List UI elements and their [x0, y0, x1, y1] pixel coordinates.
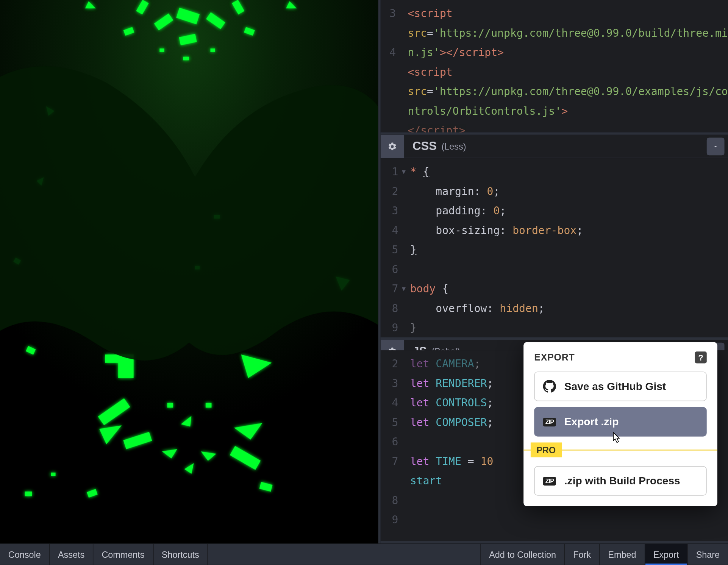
footer-shortcuts-button[interactable]: Shortcuts: [153, 544, 208, 565]
code-line[interactable]: <script: [408, 3, 728, 23]
fold-toggle[interactable]: ▼: [402, 162, 406, 181]
export-gist-label: Save as GitHub Gist: [564, 380, 666, 393]
code-line[interactable]: margin: 0;: [410, 181, 728, 201]
code-line[interactable]: box-sizing: border-box;: [410, 220, 728, 240]
code-line[interactable]: ▼* {: [410, 162, 728, 181]
svg-rect-32: [51, 473, 55, 476]
css-panel-title: CSS: [412, 139, 437, 153]
code-line[interactable]: [410, 510, 728, 529]
css-settings-button[interactable]: [381, 135, 404, 158]
footer-console-button[interactable]: Console: [0, 544, 50, 565]
editor-column: 34 <scriptsrc='https://unpkg.com/three@0…: [378, 0, 728, 543]
zip-icon: ZIP: [542, 475, 558, 487]
svg-rect-34: [25, 492, 32, 496]
code-line[interactable]: src='https://unpkg.com/three@0.99.0/buil…: [408, 23, 728, 62]
export-zip-build-button[interactable]: ZIP .zip with Build Process: [534, 466, 707, 496]
zip-icon: ZIP: [542, 416, 558, 428]
export-help-button[interactable]: ?: [695, 351, 707, 363]
code-line[interactable]: overflow: hidden;: [410, 298, 728, 318]
svg-rect-12: [159, 48, 164, 52]
svg-rect-11: [183, 57, 189, 60]
footer-comments-button[interactable]: Comments: [94, 544, 153, 565]
code-line[interactable]: }: [410, 240, 728, 259]
footer-add-to-collection-button[interactable]: Add to Collection: [480, 544, 564, 565]
preview-pane[interactable]: [0, 0, 378, 543]
footer-share-button[interactable]: Share: [687, 544, 728, 565]
html-editor[interactable]: 34 <scriptsrc='https://unpkg.com/three@0…: [381, 0, 728, 132]
svg-rect-13: [210, 48, 215, 52]
code-line[interactable]: }: [410, 318, 728, 337]
export-zip-label: Export .zip: [564, 415, 619, 428]
code-line[interactable]: padding: 0;: [410, 201, 728, 220]
code-line[interactable]: src='https://unpkg.com/three@0.99.0/exam…: [408, 81, 728, 120]
github-icon: [542, 381, 558, 392]
svg-rect-30: [167, 403, 173, 407]
css-panel-subtitle: (Less): [442, 141, 466, 151]
css-editor[interactable]: 123456789 ▼* { margin: 0; padding: 0; bo…: [381, 158, 728, 337]
footer-fork-button[interactable]: Fork: [564, 544, 599, 565]
code-line[interactable]: [410, 259, 728, 279]
code-line[interactable]: <script: [408, 62, 728, 81]
svg-rect-31: [206, 403, 212, 407]
code-line[interactable]: ▼body {: [410, 279, 728, 298]
export-zip-button[interactable]: ZIP Export .zip: [534, 407, 707, 437]
pro-badge: PRO: [531, 442, 562, 457]
bottom-bar: ConsoleAssetsCommentsShortcuts Add to Co…: [0, 543, 728, 565]
css-panel: CSS (Less) 123456789 ▼* { margin: 0; pad…: [381, 135, 728, 340]
css-collapse-button[interactable]: [707, 137, 725, 155]
fold-toggle[interactable]: ▼: [402, 279, 406, 298]
html-panel: 34 <scriptsrc='https://unpkg.com/three@0…: [381, 0, 728, 135]
footer-embed-button[interactable]: Embed: [599, 544, 644, 565]
export-zip-build-label: .zip with Build Process: [564, 474, 680, 487]
code-line[interactable]: </script>: [408, 120, 728, 132]
footer-assets-button[interactable]: Assets: [50, 544, 93, 565]
footer-export-button[interactable]: Export: [644, 544, 687, 565]
export-popover: EXPORT ? Save as GitHub Gist ZIP Export …: [523, 342, 717, 506]
export-gist-button[interactable]: Save as GitHub Gist: [534, 371, 707, 401]
js-panel: JS (Babel) 23456789 let CAMERA;let RENDE…: [381, 340, 728, 543]
export-title: EXPORT: [534, 352, 575, 363]
